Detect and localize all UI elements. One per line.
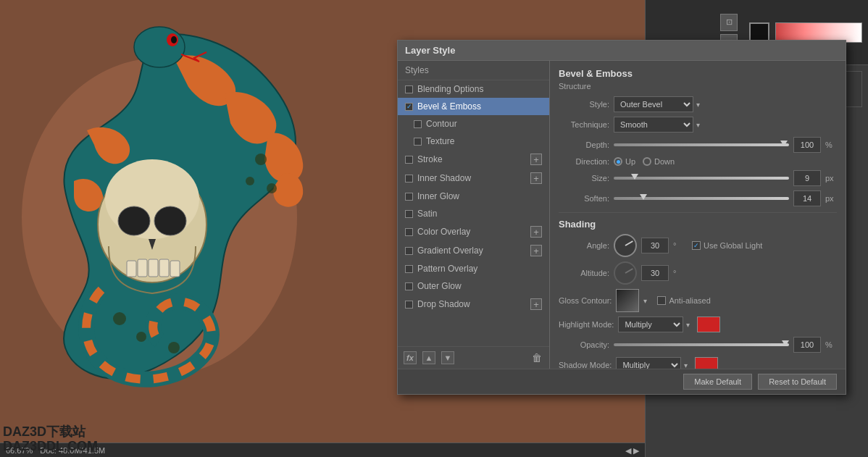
move-up-icon[interactable]: ▲ (422, 351, 435, 364)
style-item-satin[interactable]: Satin (398, 205, 549, 222)
direction-radio-group: Up Down (614, 157, 675, 166)
reset-to-default-button[interactable]: Reset to Default (758, 374, 837, 390)
style-item-gradient-overlay[interactable]: Gradient Overlay + (398, 241, 549, 260)
svg-point-6 (118, 206, 150, 235)
style-item-texture[interactable]: Texture (398, 133, 549, 150)
highlight-mode-select[interactable]: Multiply Normal Screen (618, 316, 683, 332)
checkbox-stroke[interactable] (405, 156, 413, 164)
fx-icon[interactable]: fx (404, 351, 417, 364)
move-down-icon[interactable]: ▼ (441, 351, 454, 364)
checkbox-gradient-overlay[interactable] (405, 247, 413, 255)
technique-select[interactable]: Smooth Chisel Hard Chisel Soft (614, 117, 693, 133)
plus-gradient-overlay[interactable]: + (530, 245, 542, 256)
shadow-mode-select[interactable]: Multiply Normal Screen (616, 357, 681, 369)
svg-point-17 (136, 332, 146, 342)
technique-field-label: Technique: (559, 120, 609, 129)
size-unit: px (825, 174, 837, 183)
soften-slider[interactable] (614, 197, 789, 200)
style-item-bevel[interactable]: ✓ Bevel & Emboss (398, 98, 549, 115)
styles-footer: fx ▲ ▼ 🗑 (398, 346, 549, 369)
global-light-box[interactable]: ✓ (692, 241, 701, 250)
svg-point-15 (267, 183, 277, 193)
checkbox-color-overlay[interactable] (405, 228, 413, 236)
checkbox-satin[interactable] (405, 210, 413, 218)
depth-thumb[interactable] (780, 141, 788, 146)
soften-unit: px (825, 194, 837, 203)
checkbox-texture[interactable] (414, 138, 422, 146)
shadow-mode-row: Shadow Mode: Multiply Normal Screen ▾ (559, 357, 837, 369)
layer-style-dialog: Layer Style Styles Blending Options ✓ Be… (397, 40, 846, 395)
checkbox-inner-glow[interactable] (405, 193, 413, 201)
direction-down[interactable]: Down (643, 157, 675, 166)
tool-icon-1[interactable]: ⊡ (720, 14, 738, 31)
highlight-opacity-slider[interactable] (614, 343, 789, 346)
style-row: Style: Outer Bevel Inner Bevel Emboss ▾ (559, 96, 837, 112)
checkbox-outer-glow[interactable] (405, 282, 413, 290)
styles-panel: Styles Blending Options ✓ Bevel & Emboss… (398, 61, 550, 369)
direction-up[interactable]: Up (614, 157, 635, 166)
shadow-color-box[interactable] (695, 357, 718, 369)
section-title-bevel: Bevel & Emboss (559, 68, 837, 79)
highlight-color-box[interactable] (697, 316, 720, 332)
checkbox-pattern-overlay[interactable] (405, 265, 413, 273)
watermark: DAZ3D下载站 DAZ3DDL.COM (0, 428, 362, 457)
style-item-outer-glow[interactable]: Outer Glow (398, 277, 549, 295)
plus-drop-shadow[interactable]: + (530, 298, 542, 310)
angle-indicator (625, 240, 633, 246)
contour-preview[interactable] (616, 289, 639, 312)
altitude-value-input[interactable] (641, 265, 669, 281)
angle-value-input[interactable] (641, 238, 669, 253)
global-light-checkbox[interactable]: ✓ Use Global Light (692, 241, 762, 250)
style-item-inner-shadow[interactable]: Inner Shadow + (398, 169, 549, 188)
settings-panel: Bevel & Emboss Structure Style: Outer Be… (550, 61, 846, 369)
gloss-contour-label: Gloss Contour: (559, 296, 612, 305)
depth-slider[interactable] (614, 143, 789, 146)
contour-arrow[interactable]: ▾ (643, 297, 647, 305)
style-item-pattern-overlay[interactable]: Pattern Overlay (398, 260, 549, 277)
checkbox-contour[interactable] (414, 120, 422, 128)
style-field-label: Style: (559, 100, 609, 109)
arrow-right-icon[interactable]: ▶ (633, 446, 639, 455)
soften-field-label: Soften: (559, 194, 609, 203)
tattoo-artwork (14, 14, 377, 420)
style-item-blending[interactable]: Blending Options (398, 80, 549, 98)
soften-thumb[interactable] (640, 194, 647, 200)
highlight-opacity-input[interactable] (793, 337, 821, 353)
angle-dial[interactable] (614, 234, 637, 257)
altitude-dial[interactable] (614, 261, 637, 285)
depth-value-input[interactable] (793, 137, 821, 153)
arrow-left-icon[interactable]: ◀ (625, 446, 631, 455)
soften-value-input[interactable] (793, 190, 821, 206)
size-slider[interactable] (614, 177, 789, 180)
highlight-opacity-thumb[interactable] (782, 340, 789, 346)
checkbox-blending[interactable] (405, 85, 413, 93)
radio-down-circle[interactable] (643, 157, 651, 166)
technique-select-arrow: ▾ (696, 121, 700, 129)
plus-stroke[interactable]: + (530, 154, 542, 165)
style-select[interactable]: Outer Bevel Inner Bevel Emboss (614, 96, 693, 112)
style-item-inner-glow[interactable]: Inner Glow (398, 188, 549, 205)
altitude-indicator (625, 268, 633, 274)
radio-up-circle[interactable] (614, 157, 622, 166)
plus-color-overlay[interactable]: + (530, 226, 542, 238)
make-default-button[interactable]: Make Default (683, 374, 752, 390)
checkbox-drop-shadow[interactable] (405, 301, 413, 309)
anti-aliased-box[interactable] (657, 296, 666, 305)
svg-point-1 (134, 27, 185, 67)
style-item-contour[interactable]: Contour (398, 115, 549, 133)
trash-icon[interactable]: 🗑 (530, 351, 543, 364)
dialog-footer: Make Default Reset to Default (398, 369, 846, 394)
size-thumb[interactable] (631, 174, 638, 180)
angle-field-label: Angle: (559, 241, 609, 250)
style-item-color-overlay[interactable]: Color Overlay + (398, 222, 549, 241)
size-value-input[interactable] (793, 170, 821, 186)
style-item-stroke[interactable]: Stroke + (398, 150, 549, 169)
svg-rect-8 (127, 261, 136, 277)
style-item-drop-shadow[interactable]: Drop Shadow + (398, 295, 549, 314)
highlight-opacity-unit: % (825, 340, 837, 349)
checkbox-bevel[interactable]: ✓ (405, 103, 413, 111)
checkbox-inner-shadow[interactable] (405, 175, 413, 183)
anti-aliased-checkbox[interactable]: Anti-aliased (657, 296, 710, 305)
plus-inner-shadow[interactable]: + (530, 172, 542, 184)
svg-point-16 (113, 312, 126, 325)
